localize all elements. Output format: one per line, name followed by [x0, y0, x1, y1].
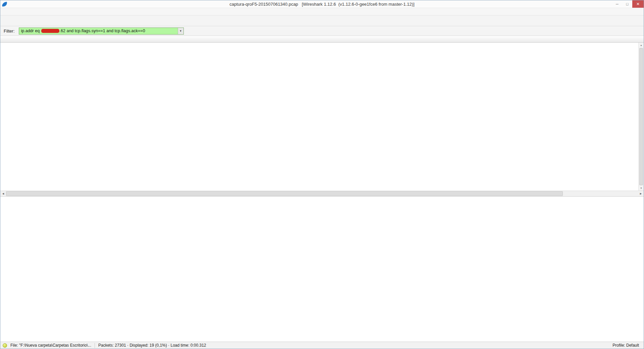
filter-bar: Filter: ip.addr eq .62 and tcp.flags.syn… — [0, 26, 644, 36]
menu-bar — [0, 8, 644, 15]
packet-list-header — [0, 36, 644, 43]
vertical-scrollbar-thumb[interactable] — [639, 48, 643, 185]
scroll-right-arrow-icon[interactable]: ► — [638, 192, 644, 195]
status-packet-counts: Packets: 27301 · Displayed: 19 (0,1%) · … — [98, 343, 206, 348]
packet-list-pane: ▴ ▾ — [0, 36, 644, 191]
filter-dropdown-button[interactable]: ▾ — [178, 28, 183, 34]
status-separator — [95, 343, 95, 348]
close-button[interactable]: ✕ — [632, 0, 644, 8]
filter-text-prefix: ip.addr eq — [21, 29, 41, 33]
title-bar: captura-qroF5-201507061340.pcap [Wiresha… — [0, 0, 644, 8]
main-toolbar — [0, 15, 644, 26]
status-profile[interactable]: Profile: Default — [612, 343, 639, 348]
minimize-button[interactable]: ─ — [612, 0, 622, 8]
status-file: File: "F:\Nueva carpeta\Carpetas Escrito… — [10, 343, 91, 348]
expert-info-led-icon[interactable] — [3, 343, 7, 348]
filter-input[interactable]: ip.addr eq .62 and tcp.flags.syn==1 and … — [19, 28, 184, 35]
scroll-left-arrow-icon[interactable]: ◄ — [0, 192, 6, 195]
redaction-scribble — [41, 29, 59, 33]
scroll-down-arrow-icon[interactable]: ▾ — [639, 186, 644, 191]
status-bar: File: "F:\Nueva carpeta\Carpetas Escrito… — [0, 342, 644, 349]
vertical-scrollbar[interactable]: ▴ ▾ — [638, 43, 644, 191]
scroll-up-arrow-icon[interactable]: ▴ — [639, 43, 644, 48]
horizontal-scrollbar-thumb[interactable] — [6, 191, 563, 196]
filter-label: Filter: — [4, 29, 15, 34]
window-title: captura-qroF5-201507061340.pcap [Wiresha… — [0, 2, 644, 7]
packet-details-pane — [0, 197, 644, 342]
maximize-button[interactable]: □ — [622, 0, 632, 8]
filter-text-suffix: .62 and tcp.flags.syn==1 and tcp.flags.a… — [60, 29, 145, 33]
horizontal-scrollbar[interactable]: ◄ ► — [0, 191, 644, 197]
